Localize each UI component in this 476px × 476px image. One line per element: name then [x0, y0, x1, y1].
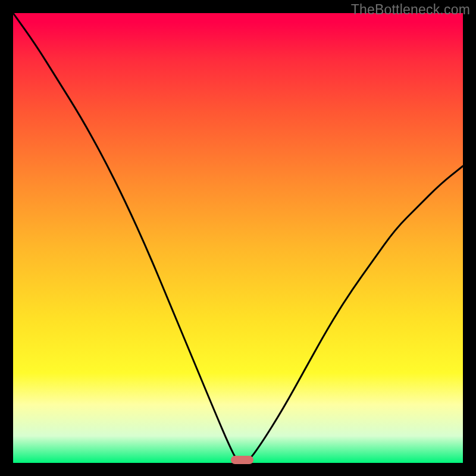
chart-frame: [13, 13, 463, 463]
watermark-text: TheBottleneck.com: [351, 2, 470, 18]
optimal-marker: [231, 456, 253, 464]
bottleneck-curve: [13, 13, 463, 463]
